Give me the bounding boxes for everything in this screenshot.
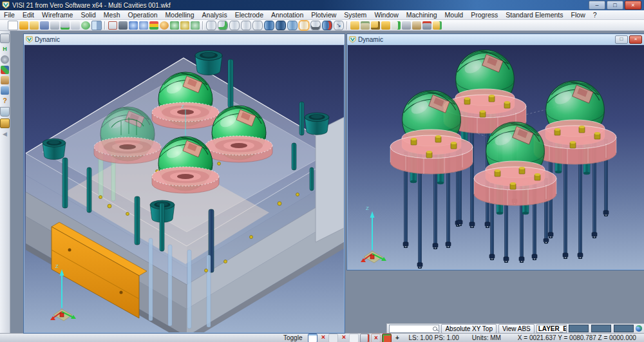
- menu-help[interactable]: ?: [589, 10, 601, 19]
- viewport-window-left[interactable]: Dynamic: [23, 33, 345, 334]
- snap-box-icon[interactable]: [382, 334, 392, 342]
- split-view-icon[interactable]: [91, 21, 102, 30]
- notes-icon[interactable]: [360, 334, 370, 342]
- viewport-left-canvas[interactable]: Z: [24, 45, 344, 332]
- zoom-out-eye-icon[interactable]: [139, 21, 148, 30]
- solid-blue-red-icon[interactable]: [322, 21, 332, 30]
- preview-globe-icon[interactable]: [81, 21, 90, 30]
- plot-icon[interactable]: [71, 21, 80, 30]
- menu-progress[interactable]: Progress: [467, 10, 502, 19]
- menu-mesh[interactable]: Mesh: [100, 10, 124, 19]
- delete-box-icon[interactable]: ×: [371, 334, 381, 342]
- solid-export-icon[interactable]: ↘: [334, 21, 344, 30]
- hide-entity-icon[interactable]: [180, 21, 189, 30]
- save-icon[interactable]: [40, 21, 49, 30]
- viewport-window-right[interactable]: Dynamic □×: [346, 33, 644, 271]
- globe-icon[interactable]: [636, 325, 642, 332]
- layer-field[interactable]: LAYER_E: [536, 325, 567, 333]
- fit-view-icon[interactable]: H: [1, 45, 9, 53]
- view-abs-button[interactable]: View ABS: [498, 324, 535, 334]
- open-folder-icon[interactable]: [19, 21, 28, 30]
- solid-body4-icon[interactable]: [252, 21, 263, 30]
- import-folder-icon[interactable]: [30, 21, 39, 30]
- axis-z-label: Z: [366, 205, 369, 211]
- workbench-icon[interactable]: [1, 76, 9, 84]
- solid-body3-icon[interactable]: [241, 21, 251, 30]
- regen-view-icon[interactable]: [191, 21, 200, 30]
- pour-jug-icon[interactable]: [1, 86, 9, 95]
- menu-mould[interactable]: Mould: [441, 10, 468, 19]
- menu-modelling[interactable]: Modelling: [162, 10, 198, 19]
- menu-wireframe[interactable]: Wireframe: [38, 10, 77, 19]
- menu-file[interactable]: File: [0, 10, 19, 19]
- menu-plotview[interactable]: Plotview: [307, 10, 340, 19]
- print-icon[interactable]: [50, 21, 59, 30]
- help-edit-icon[interactable]: ?: [1, 97, 9, 105]
- camera-icon[interactable]: [118, 21, 128, 30]
- menu-system[interactable]: System: [340, 10, 370, 19]
- export-doc-icon[interactable]: [392, 21, 401, 30]
- solid-body-green-icon[interactable]: [218, 21, 228, 30]
- viewport-toggle-icon[interactable]: [308, 334, 317, 342]
- menu-operation[interactable]: Operation: [124, 10, 161, 19]
- delete-x-icon[interactable]: ×: [319, 334, 327, 341]
- menu-analysis[interactable]: Analysis: [198, 10, 231, 19]
- solid-body-icon[interactable]: [206, 21, 216, 30]
- folder-tree-icon[interactable]: [350, 21, 359, 30]
- parts-add-icon[interactable]: [433, 21, 442, 30]
- close-button[interactable]: ×: [629, 35, 642, 44]
- viewport-left-title-bar[interactable]: Dynamic: [24, 34, 345, 44]
- shaded-view-icon[interactable]: [160, 21, 169, 30]
- spray-icon[interactable]: [422, 21, 431, 30]
- layer-color-swatch[interactable]: [591, 325, 611, 332]
- menu-bar: FileEditWireframeSolidMeshOperationModel…: [0, 10, 644, 20]
- wrench-folder-icon[interactable]: [381, 21, 390, 30]
- zoom-in-eye-icon[interactable]: [129, 21, 138, 30]
- tool-folder-icon[interactable]: [371, 21, 380, 30]
- layer-color-swatch[interactable]: [614, 325, 634, 332]
- toolbox-rail-icon[interactable]: [0, 119, 10, 128]
- ghost-doc-icon[interactable]: [328, 334, 338, 342]
- visi-logo-icon: [2, 1, 10, 9]
- absolute-xy-top-button[interactable]: Absolute XY Top: [441, 324, 497, 334]
- solid-body2-icon[interactable]: [229, 21, 240, 30]
- gear-spray-icon[interactable]: [1, 55, 9, 64]
- menu-machining[interactable]: Machining: [402, 10, 441, 19]
- restore-button[interactable]: □: [615, 35, 628, 44]
- print-export-icon[interactable]: [61, 21, 70, 30]
- viewport-right-canvas[interactable]: Z: [348, 45, 644, 269]
- menu-flow[interactable]: Flow: [567, 10, 589, 19]
- new-file-icon[interactable]: [8, 21, 18, 30]
- ucs-axis-icon[interactable]: [1, 66, 9, 74]
- redraw-icon[interactable]: [108, 21, 117, 30]
- menu-window[interactable]: Window: [370, 10, 402, 19]
- ghost-page-icon[interactable]: [349, 334, 359, 342]
- menu-edit[interactable]: Edit: [19, 10, 38, 19]
- menu-electrode[interactable]: Electrode: [231, 10, 267, 19]
- menu-standard-elements[interactable]: Standard Elements: [502, 10, 567, 19]
- solid-band-icon[interactable]: [310, 21, 321, 30]
- menu-annotation[interactable]: Annotation: [267, 10, 307, 19]
- solid-blue-dark-icon[interactable]: [276, 21, 286, 30]
- layer-color-swatch[interactable]: [569, 325, 589, 332]
- search-input[interactable]: [389, 325, 439, 333]
- solid-active-icon[interactable]: [299, 21, 309, 30]
- maximize-button[interactable]: □: [607, 1, 623, 10]
- viewport-right-title-bar[interactable]: Dynamic □×: [347, 34, 644, 44]
- plus-icon[interactable]: +: [393, 334, 401, 342]
- solid-blue-light-icon[interactable]: [287, 21, 298, 30]
- delete-x2-icon[interactable]: ×: [339, 334, 348, 341]
- close-button[interactable]: ×: [625, 1, 641, 10]
- minimize-button[interactable]: –: [589, 1, 605, 10]
- filter-glass-icon[interactable]: [0, 107, 10, 117]
- show-all-icon[interactable]: [170, 21, 179, 30]
- menu-solid[interactable]: Solid: [77, 10, 99, 19]
- bottom-status-bar: Toggle ××× + LS: 1.00 PS: 1.00 Units: MM…: [0, 333, 644, 342]
- standard-parts-icon[interactable]: [361, 21, 370, 30]
- view-manager-icon[interactable]: [0, 33, 10, 43]
- back-arrow-icon[interactable]: ◀: [1, 130, 9, 138]
- hammer-icon[interactable]: [412, 21, 421, 30]
- traffic-light-icon[interactable]: [149, 21, 158, 30]
- solid-blue-icon[interactable]: [264, 21, 274, 30]
- toolbox-icon[interactable]: [402, 21, 411, 30]
